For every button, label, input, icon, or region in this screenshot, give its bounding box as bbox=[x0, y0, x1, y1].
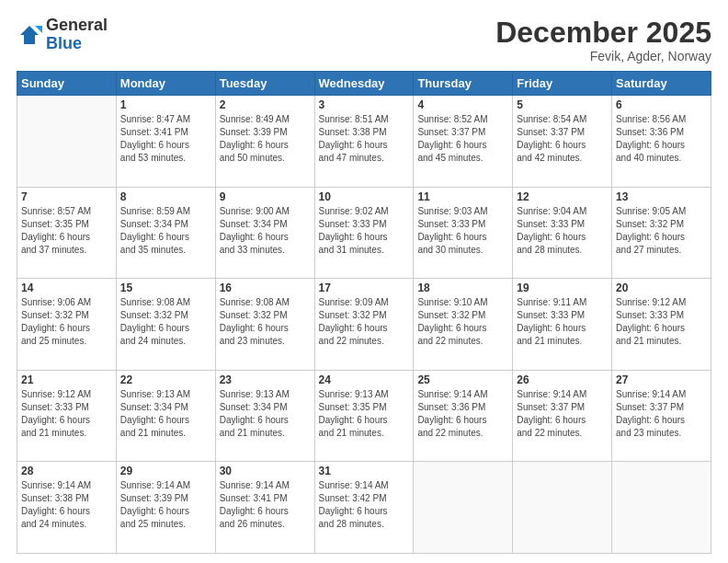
day-number: 7 bbox=[21, 190, 112, 203]
calendar-cell: 2Sunrise: 8:49 AM Sunset: 3:39 PM Daylig… bbox=[215, 96, 314, 188]
svg-marker-0 bbox=[20, 26, 39, 44]
day-number: 31 bbox=[319, 465, 410, 477]
calendar-cell: 14Sunrise: 9:06 AM Sunset: 3:32 PM Dayli… bbox=[17, 279, 117, 371]
day-info: Sunrise: 9:12 AM Sunset: 3:33 PM Dayligh… bbox=[21, 388, 112, 440]
col-wednesday: Wednesday bbox=[314, 72, 414, 96]
calendar-cell: 10Sunrise: 9:02 AM Sunset: 3:33 PM Dayli… bbox=[314, 187, 414, 279]
calendar-cell: 18Sunrise: 9:10 AM Sunset: 3:32 PM Dayli… bbox=[414, 279, 513, 371]
day-number: 24 bbox=[319, 373, 410, 386]
col-friday: Friday bbox=[513, 72, 612, 96]
day-number: 22 bbox=[120, 373, 211, 386]
day-number: 19 bbox=[517, 282, 608, 294]
day-info: Sunrise: 9:13 AM Sunset: 3:34 PM Dayligh… bbox=[220, 388, 311, 440]
calendar-cell: 27Sunrise: 9:14 AM Sunset: 3:37 PM Dayli… bbox=[612, 370, 711, 462]
day-info: Sunrise: 9:08 AM Sunset: 3:32 PM Dayligh… bbox=[120, 296, 211, 348]
col-monday: Monday bbox=[116, 72, 215, 96]
calendar-cell: 25Sunrise: 9:14 AM Sunset: 3:36 PM Dayli… bbox=[414, 370, 513, 462]
calendar-table: Sunday Monday Tuesday Wednesday Thursday… bbox=[17, 71, 711, 554]
calendar-cell: 6Sunrise: 8:56 AM Sunset: 3:36 PM Daylig… bbox=[612, 96, 711, 188]
day-info: Sunrise: 8:47 AM Sunset: 3:41 PM Dayligh… bbox=[120, 113, 211, 165]
logo-text-blue: Blue bbox=[46, 35, 108, 53]
day-number: 5 bbox=[517, 98, 608, 111]
day-number: 25 bbox=[417, 373, 508, 386]
day-info: Sunrise: 9:11 AM Sunset: 3:33 PM Dayligh… bbox=[517, 296, 608, 348]
day-info: Sunrise: 9:02 AM Sunset: 3:33 PM Dayligh… bbox=[319, 205, 410, 257]
day-number: 10 bbox=[319, 190, 410, 203]
day-info: Sunrise: 9:05 AM Sunset: 3:32 PM Dayligh… bbox=[616, 205, 707, 257]
day-number: 15 bbox=[120, 282, 211, 294]
day-info: Sunrise: 8:52 AM Sunset: 3:37 PM Dayligh… bbox=[417, 113, 508, 165]
day-info: Sunrise: 9:14 AM Sunset: 3:39 PM Dayligh… bbox=[120, 479, 211, 531]
calendar-cell: 3Sunrise: 8:51 AM Sunset: 3:38 PM Daylig… bbox=[314, 96, 414, 188]
calendar-cell: 4Sunrise: 8:52 AM Sunset: 3:37 PM Daylig… bbox=[414, 96, 513, 188]
location: Fevik, Agder, Norway bbox=[495, 49, 711, 63]
calendar-cell: 22Sunrise: 9:13 AM Sunset: 3:34 PM Dayli… bbox=[116, 370, 215, 462]
calendar-cell: 21Sunrise: 9:12 AM Sunset: 3:33 PM Dayli… bbox=[17, 370, 117, 462]
calendar-cell: 15Sunrise: 9:08 AM Sunset: 3:32 PM Dayli… bbox=[116, 279, 215, 371]
day-number: 18 bbox=[417, 282, 508, 294]
day-number: 6 bbox=[616, 98, 707, 111]
calendar-week-row: 1Sunrise: 8:47 AM Sunset: 3:41 PM Daylig… bbox=[17, 96, 711, 188]
day-info: Sunrise: 9:13 AM Sunset: 3:34 PM Dayligh… bbox=[120, 388, 211, 440]
calendar-cell: 12Sunrise: 9:04 AM Sunset: 3:33 PM Dayli… bbox=[513, 187, 612, 279]
day-number: 1 bbox=[120, 98, 211, 111]
calendar-cell: 16Sunrise: 9:08 AM Sunset: 3:32 PM Dayli… bbox=[215, 279, 314, 371]
col-tuesday: Tuesday bbox=[215, 72, 314, 96]
day-number: 4 bbox=[417, 98, 508, 111]
day-number: 23 bbox=[220, 373, 311, 386]
day-info: Sunrise: 9:14 AM Sunset: 3:38 PM Dayligh… bbox=[21, 479, 112, 531]
day-info: Sunrise: 8:59 AM Sunset: 3:34 PM Dayligh… bbox=[120, 205, 211, 257]
day-number: 16 bbox=[220, 282, 311, 294]
day-number: 13 bbox=[616, 190, 707, 203]
day-number: 2 bbox=[220, 98, 311, 111]
calendar-week-row: 14Sunrise: 9:06 AM Sunset: 3:32 PM Dayli… bbox=[17, 279, 711, 371]
calendar-cell: 7Sunrise: 8:57 AM Sunset: 3:35 PM Daylig… bbox=[17, 187, 117, 279]
day-number: 9 bbox=[220, 190, 311, 203]
svg-marker-1 bbox=[35, 26, 42, 33]
day-info: Sunrise: 9:10 AM Sunset: 3:32 PM Dayligh… bbox=[417, 296, 508, 348]
day-info: Sunrise: 9:14 AM Sunset: 3:37 PM Dayligh… bbox=[517, 388, 608, 440]
day-info: Sunrise: 9:14 AM Sunset: 3:37 PM Dayligh… bbox=[616, 388, 707, 440]
logo-icon bbox=[17, 22, 42, 48]
calendar-cell: 9Sunrise: 9:00 AM Sunset: 3:34 PM Daylig… bbox=[215, 187, 314, 279]
day-info: Sunrise: 8:51 AM Sunset: 3:38 PM Dayligh… bbox=[319, 113, 410, 165]
day-info: Sunrise: 9:14 AM Sunset: 3:41 PM Dayligh… bbox=[220, 479, 311, 531]
title-block: December 2025 Fevik, Agder, Norway bbox=[495, 17, 711, 63]
day-info: Sunrise: 9:13 AM Sunset: 3:35 PM Dayligh… bbox=[319, 388, 410, 440]
day-info: Sunrise: 9:03 AM Sunset: 3:33 PM Dayligh… bbox=[417, 205, 508, 257]
day-number: 14 bbox=[21, 282, 112, 294]
day-info: Sunrise: 9:14 AM Sunset: 3:36 PM Dayligh… bbox=[417, 388, 508, 440]
day-number: 28 bbox=[21, 465, 112, 477]
calendar-cell: 11Sunrise: 9:03 AM Sunset: 3:33 PM Dayli… bbox=[414, 187, 513, 279]
month-title: December 2025 bbox=[495, 17, 711, 49]
calendar-cell: 13Sunrise: 9:05 AM Sunset: 3:32 PM Dayli… bbox=[612, 187, 711, 279]
calendar-cell: 23Sunrise: 9:13 AM Sunset: 3:34 PM Dayli… bbox=[215, 370, 314, 462]
calendar-cell: 30Sunrise: 9:14 AM Sunset: 3:41 PM Dayli… bbox=[215, 462, 314, 554]
calendar-cell: 31Sunrise: 9:14 AM Sunset: 3:42 PM Dayli… bbox=[314, 462, 414, 554]
calendar-cell bbox=[414, 462, 513, 554]
day-number: 17 bbox=[319, 282, 410, 294]
calendar-cell: 19Sunrise: 9:11 AM Sunset: 3:33 PM Dayli… bbox=[513, 279, 612, 371]
col-sunday: Sunday bbox=[17, 72, 117, 96]
calendar-week-row: 21Sunrise: 9:12 AM Sunset: 3:33 PM Dayli… bbox=[17, 370, 711, 462]
col-thursday: Thursday bbox=[414, 72, 513, 96]
calendar-cell: 29Sunrise: 9:14 AM Sunset: 3:39 PM Dayli… bbox=[116, 462, 215, 554]
calendar-cell bbox=[17, 96, 117, 188]
calendar-cell: 1Sunrise: 8:47 AM Sunset: 3:41 PM Daylig… bbox=[116, 96, 215, 188]
day-info: Sunrise: 8:54 AM Sunset: 3:37 PM Dayligh… bbox=[517, 113, 608, 165]
day-info: Sunrise: 9:14 AM Sunset: 3:42 PM Dayligh… bbox=[319, 479, 410, 531]
day-number: 12 bbox=[517, 190, 608, 203]
page: General Blue December 2025 Fevik, Agder,… bbox=[0, 0, 728, 563]
day-info: Sunrise: 9:04 AM Sunset: 3:33 PM Dayligh… bbox=[517, 205, 608, 257]
day-number: 27 bbox=[616, 373, 707, 386]
day-info: Sunrise: 8:56 AM Sunset: 3:36 PM Dayligh… bbox=[616, 113, 707, 165]
calendar-cell: 8Sunrise: 8:59 AM Sunset: 3:34 PM Daylig… bbox=[116, 187, 215, 279]
day-info: Sunrise: 8:57 AM Sunset: 3:35 PM Dayligh… bbox=[21, 205, 112, 257]
calendar-week-row: 7Sunrise: 8:57 AM Sunset: 3:35 PM Daylig… bbox=[17, 187, 711, 279]
day-info: Sunrise: 9:12 AM Sunset: 3:33 PM Dayligh… bbox=[616, 296, 707, 348]
day-number: 30 bbox=[220, 465, 311, 477]
calendar-cell: 17Sunrise: 9:09 AM Sunset: 3:32 PM Dayli… bbox=[314, 279, 414, 371]
calendar-header-row: Sunday Monday Tuesday Wednesday Thursday… bbox=[17, 72, 711, 96]
day-info: Sunrise: 9:09 AM Sunset: 3:32 PM Dayligh… bbox=[319, 296, 410, 348]
day-number: 3 bbox=[319, 98, 410, 111]
